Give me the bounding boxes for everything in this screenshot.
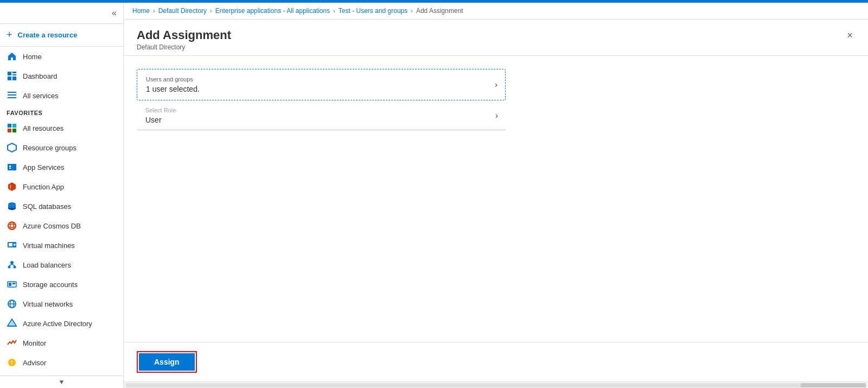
svg-point-21 xyxy=(8,224,16,227)
svg-point-19 xyxy=(8,222,16,230)
svg-rect-3 xyxy=(8,77,11,80)
select-role-value: User xyxy=(145,116,484,124)
sidebar-item-azure-active-directory[interactable]: Azure Active Directory xyxy=(0,314,123,333)
add-assignment-panel: Add Assignment Default Directory × Users… xyxy=(124,20,868,381)
sidebar-item-cosmos-db[interactable]: Azure Cosmos DB xyxy=(0,216,123,236)
bottom-scrollbar[interactable] xyxy=(124,381,868,388)
resource-groups-icon xyxy=(7,142,17,153)
sidebar-load-balancers-label: Load balancers xyxy=(23,261,71,269)
svg-rect-2 xyxy=(12,74,16,75)
svg-rect-7 xyxy=(8,97,16,98)
assign-button[interactable]: Assign xyxy=(139,353,195,371)
svg-rect-23 xyxy=(9,243,12,246)
sidebar-item-sql-databases[interactable]: SQL databases xyxy=(0,196,123,216)
sidebar-collapse-button[interactable]: « xyxy=(110,6,119,20)
sidebar-item-app-services[interactable]: App Services xyxy=(0,157,123,177)
sidebar: « + Create a resource Home Dashboard xyxy=(0,3,124,388)
favorites-label: FAVORITES xyxy=(0,105,123,118)
svg-rect-32 xyxy=(12,283,15,284)
breadcrumb-sep-4: › xyxy=(411,8,413,14)
breadcrumb-enterprise-apps[interactable]: Enterprise applications - All applicatio… xyxy=(215,7,330,15)
panel-title: Add Assignment xyxy=(137,28,231,42)
storage-accounts-icon xyxy=(7,279,17,290)
breadcrumb-home[interactable]: Home xyxy=(132,7,150,15)
svg-point-25 xyxy=(10,261,14,264)
assign-button-wrapper: Assign xyxy=(137,351,197,373)
function-app-icon: f xyxy=(7,181,17,192)
dashboard-icon xyxy=(7,71,17,81)
sidebar-item-virtual-machines[interactable]: Virtual machines xyxy=(0,236,123,255)
select-role-chevron-icon: › xyxy=(495,111,498,120)
sidebar-header: « xyxy=(0,3,123,24)
users-and-groups-value: 1 user selected. xyxy=(146,85,483,93)
sidebar-scroll-down[interactable]: ▼ xyxy=(0,376,123,388)
svg-marker-12 xyxy=(8,143,16,152)
home-icon xyxy=(7,51,17,62)
sidebar-dashboard-label: Dashboard xyxy=(23,72,58,80)
create-resource-button[interactable]: + Create a resource xyxy=(0,24,123,47)
sql-databases-icon xyxy=(7,201,17,212)
load-balancers-icon xyxy=(7,259,17,270)
svg-rect-8 xyxy=(8,124,11,128)
sidebar-item-all-resources[interactable]: All resources xyxy=(0,118,123,138)
svg-rect-11 xyxy=(12,129,16,132)
panel-close-button[interactable]: × xyxy=(845,28,855,42)
sidebar-item-all-services[interactable]: All services xyxy=(0,86,123,105)
breadcrumb-add-assignment: Add Assignment xyxy=(416,7,463,15)
sidebar-item-home[interactable]: Home xyxy=(0,47,123,66)
panel-footer: Assign xyxy=(124,342,868,381)
svg-rect-14 xyxy=(9,166,11,167)
virtual-networks-icon xyxy=(7,298,17,309)
sidebar-item-monitor[interactable]: Monitor xyxy=(0,333,123,353)
sidebar-storage-accounts-label: Storage accounts xyxy=(23,281,78,289)
svg-rect-9 xyxy=(12,124,16,128)
monitor-icon xyxy=(7,338,17,348)
sidebar-virtual-machines-label: Virtual machines xyxy=(23,241,75,250)
sidebar-sql-databases-label: SQL databases xyxy=(23,202,71,211)
breadcrumb-sep-2: › xyxy=(210,8,212,14)
select-role-row[interactable]: Select Role User › xyxy=(137,101,506,130)
sidebar-item-function-app[interactable]: f Function App xyxy=(0,177,123,196)
breadcrumb-sep-3: › xyxy=(333,8,335,14)
sidebar-item-resource-groups[interactable]: Resource groups xyxy=(0,138,123,157)
panel-subtitle: Default Directory xyxy=(137,43,231,51)
svg-rect-10 xyxy=(8,129,11,132)
create-resource-label: Create a resource xyxy=(18,31,78,39)
svg-point-24 xyxy=(14,244,16,246)
breadcrumb-default-directory[interactable]: Default Directory xyxy=(158,7,207,15)
svg-text:!: ! xyxy=(11,360,12,366)
svg-rect-5 xyxy=(8,92,16,93)
sidebar-item-load-balancers[interactable]: Load balancers xyxy=(0,255,123,275)
plus-icon: + xyxy=(7,29,12,41)
svg-line-29 xyxy=(12,264,15,266)
breadcrumb-sep-1: › xyxy=(153,8,155,14)
svg-rect-31 xyxy=(9,283,11,286)
breadcrumb-test-users-groups[interactable]: Test - Users and groups xyxy=(339,7,407,15)
virtual-machines-icon xyxy=(7,240,17,251)
sidebar-home-label: Home xyxy=(23,53,42,61)
sidebar-item-advisor[interactable]: ! Advisor xyxy=(0,353,123,372)
panel-body: Users and groups 1 user selected. › Sele… xyxy=(124,56,868,342)
sidebar-item-virtual-networks[interactable]: Virtual networks xyxy=(0,294,123,314)
all-resources-icon xyxy=(7,123,17,133)
azure-active-directory-icon xyxy=(7,318,17,329)
svg-line-28 xyxy=(9,264,12,266)
users-and-groups-label: Users and groups xyxy=(146,76,483,82)
svg-rect-4 xyxy=(12,77,16,80)
sidebar-azure-active-directory-label: Azure Active Directory xyxy=(23,320,92,328)
sidebar-item-dashboard[interactable]: Dashboard xyxy=(0,66,123,86)
users-groups-chevron-icon: › xyxy=(495,80,497,89)
select-role-label: Select Role xyxy=(145,107,484,113)
sidebar-virtual-networks-label: Virtual networks xyxy=(23,300,73,308)
sidebar-cosmos-db-label: Azure Cosmos DB xyxy=(23,222,81,230)
app-services-icon xyxy=(7,162,17,173)
sidebar-item-storage-accounts[interactable]: Storage accounts xyxy=(0,275,123,294)
sidebar-advisor-label: Advisor xyxy=(23,359,46,367)
svg-rect-15 xyxy=(9,168,11,169)
bottom-scroll-thumb xyxy=(801,383,866,387)
sidebar-monitor-label: Monitor xyxy=(23,339,46,347)
users-and-groups-box[interactable]: Users and groups 1 user selected. › xyxy=(137,69,506,100)
svg-point-20 xyxy=(10,222,14,230)
main-content: Home › Default Directory › Enterprise ap… xyxy=(124,3,868,388)
panel-header: Add Assignment Default Directory × xyxy=(124,20,868,56)
